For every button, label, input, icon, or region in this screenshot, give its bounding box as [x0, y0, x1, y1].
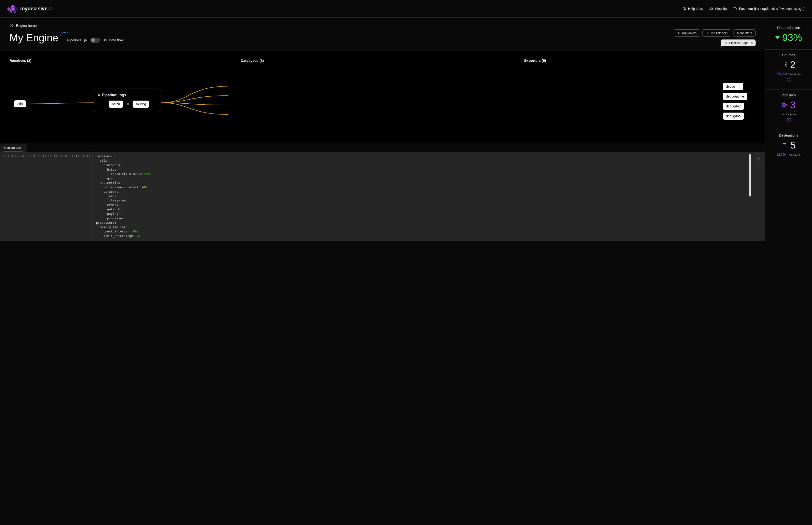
svg-rect-18: [782, 106, 784, 107]
logo-octopus-icon: [8, 4, 18, 13]
svg-rect-19: [786, 105, 787, 106]
svg-rect-11: [710, 8, 712, 10]
stat-sub-label: active now: [768, 112, 810, 116]
logo-text: mydecisive.ai: [20, 6, 53, 12]
stat-pipelines: Pipelines 3 active now: [765, 90, 812, 130]
svg-rect-5: [17, 7, 17, 11]
help-docs-link[interactable]: Help docs: [682, 7, 703, 11]
pipeline-graph: Receivers (2) Data types (3) Exporters (…: [0, 51, 765, 142]
view-toggle[interactable]: [90, 38, 100, 43]
megaphone-icon: [677, 31, 680, 34]
svg-rect-0: [8, 8, 8, 10]
engine-home-icon: [10, 23, 14, 28]
app-header: mydecisive.ai Help docs Website Past hou…: [0, 0, 812, 18]
exporter-node[interactable]: debug/bar: [723, 103, 744, 110]
stat-destinations: Destinations 5 22,550 messages: [765, 130, 812, 162]
status-dot-icon: [98, 94, 100, 96]
breadcrumb[interactable]: Engine home: [10, 23, 756, 28]
svg-rect-14: [86, 40, 87, 41]
edge-pipeline-exporters: [161, 72, 229, 133]
scrollbar-thumb[interactable]: [749, 154, 751, 196]
stat-sub-count: 22,550: [777, 153, 786, 156]
pipelines-mode-label: Pipelines: [67, 38, 87, 42]
close-icon[interactable]: [750, 41, 753, 44]
svg-rect-17: [782, 103, 784, 104]
stat-sources: Sources 2 315,753 messages: [765, 49, 812, 90]
pipeline-box-logs[interactable]: Pipeline: logs batch routing: [93, 89, 161, 112]
processor-node-batch[interactable]: batch: [108, 101, 123, 108]
active-filter-label: Pipeline - logs: [729, 41, 748, 45]
flag-icon: [782, 142, 788, 148]
flow-arrow-down-icon: [768, 76, 810, 84]
more-filters-button[interactable]: More filters: [734, 29, 756, 37]
svg-rect-1: [9, 7, 9, 11]
exporters-header: Exporters (5): [524, 59, 756, 65]
help-docs-label: Help docs: [688, 7, 703, 11]
time-status[interactable]: Past hour (Last updated: a few seconds a…: [733, 7, 804, 11]
receiver-node-otlp[interactable]: otlp: [14, 100, 26, 107]
stat-title: Destinations: [768, 133, 810, 137]
stat-sub-count: 315,753: [776, 72, 787, 76]
stat-data-reduction: Data reduction 93%: [765, 22, 812, 49]
website-label: Website: [715, 7, 727, 11]
logo[interactable]: mydecisive.ai: [8, 4, 53, 13]
exporter-node[interactable]: debug/acme: [723, 93, 747, 100]
stat-title: Data reduction: [768, 26, 810, 30]
stat-title: Sources: [768, 53, 810, 57]
svg-rect-4: [16, 8, 16, 10]
copy-config-button[interactable]: [756, 157, 761, 162]
exporter-node[interactable]: debug/foo: [723, 112, 744, 120]
chevron-right-double-icon: [126, 102, 130, 106]
tab-configuration[interactable]: Configuration: [0, 144, 27, 152]
datatypes-header: Data types (3): [241, 59, 472, 65]
dataflow-icon: [103, 38, 107, 42]
svg-point-8: [13, 7, 14, 8]
alpha-badge: ALPHA: [60, 31, 68, 34]
help-circle-icon: [682, 7, 686, 11]
website-link[interactable]: Website: [709, 7, 727, 11]
stat-sub-unit: messages: [787, 153, 801, 156]
pipeline-title-label: Pipeline: logs: [102, 93, 126, 97]
ear-icon: [706, 31, 709, 34]
svg-rect-12: [84, 39, 85, 40]
flow-arrow-down-icon: [768, 116, 810, 124]
code-body: receivers: otlp: protocols: http: endpoi…: [93, 152, 765, 241]
history-icon: [733, 7, 737, 11]
dataflow-mode-label: Data flow: [103, 38, 124, 42]
copy-icon: [756, 157, 761, 162]
stats-sidebar: Data reduction 93% Sources 2 315,753 mes…: [765, 18, 812, 241]
config-code-editor[interactable]: 1 2 3 4 5 6 7 8 9 10 11 12 13 14 15 16 1…: [0, 152, 765, 241]
stat-value: 2: [790, 59, 796, 71]
time-status-label: Past hour (Last updated: a few seconds a…: [739, 7, 804, 11]
pipelines-graph-icon: [782, 102, 788, 108]
stat-value: 93%: [782, 32, 802, 43]
top-listeners-button[interactable]: Top listeners: [703, 29, 731, 37]
edge-receiver-pipeline: [27, 72, 94, 133]
top-talkers-button[interactable]: Top talkers: [674, 29, 700, 37]
page-title: My Engine ALPHA: [10, 32, 58, 44]
browser-icon: [709, 7, 713, 11]
svg-point-7: [12, 7, 13, 8]
stat-title: Pipelines: [768, 93, 810, 97]
stat-value: 3: [790, 100, 796, 111]
stat-sub-unit: messages: [787, 72, 801, 76]
trend-down-icon: [775, 36, 780, 39]
receivers-header: Receivers (2): [10, 59, 241, 65]
breadcrumb-label: Engine home: [16, 24, 37, 28]
entry-icon: [782, 62, 788, 68]
active-filter-chip[interactable]: Pipeline - logs: [721, 40, 756, 46]
svg-point-3: [11, 5, 15, 10]
stat-value: 5: [790, 139, 796, 151]
svg-rect-13: [84, 41, 85, 41]
processor-node-routing[interactable]: routing: [133, 101, 149, 108]
check-icon: [724, 41, 727, 44]
exporter-node[interactable]: debug: [723, 83, 743, 90]
pipelines-icon: [84, 38, 87, 42]
code-gutter: 1 2 3 4 5 6 7 8 9 10 11 12 13 14 15 16 1…: [0, 152, 93, 241]
svg-rect-2: [10, 8, 10, 10]
